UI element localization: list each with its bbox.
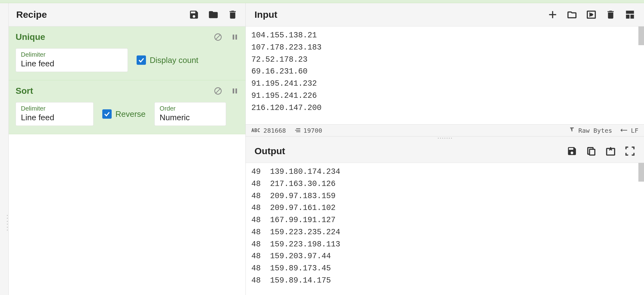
- return-icon: [620, 127, 628, 134]
- arg-value: Line feed: [21, 113, 88, 122]
- reverse-checkbox[interactable]: Reverse: [102, 109, 146, 119]
- svg-line-1: [216, 35, 220, 39]
- operation-title: Unique: [16, 32, 45, 42]
- input-status-bar: ABC 281668 19700 Raw: [246, 124, 644, 136]
- svg-rect-3: [235, 35, 237, 40]
- folder-icon[interactable]: [208, 9, 219, 20]
- disable-icon[interactable]: [214, 33, 222, 41]
- add-tab-icon[interactable]: [547, 9, 558, 20]
- svg-rect-19: [589, 149, 595, 155]
- recipe-panel: Recipe Unique: [9, 3, 246, 295]
- checkbox-label: Reverse: [115, 109, 146, 119]
- encoding-selector[interactable]: Raw Bytes: [569, 126, 612, 134]
- svg-rect-6: [233, 88, 234, 93]
- checkbox-label: Display count: [150, 55, 198, 65]
- vertical-resize-handle[interactable]: [246, 136, 644, 140]
- replace-input-icon[interactable]: [605, 146, 616, 156]
- scrollbar[interactable]: [638, 163, 644, 182]
- svg-rect-7: [235, 88, 237, 93]
- input-title: Input: [254, 9, 277, 20]
- layout-icon[interactable]: [625, 9, 635, 20]
- char-count: ABC 281668: [251, 127, 286, 134]
- arg-label: Delimiter: [21, 51, 123, 58]
- input-panel: Input: [246, 3, 644, 136]
- abc-icon: ABC: [251, 128, 260, 133]
- checkbox-checked-icon: [137, 55, 146, 65]
- eol-selector[interactable]: LF: [620, 127, 638, 134]
- copy-icon[interactable]: [586, 146, 597, 156]
- arg-value: Numeric: [160, 113, 221, 122]
- output-title: Output: [254, 146, 285, 156]
- trash-icon[interactable]: [227, 9, 238, 20]
- arg-label: Delimiter: [21, 105, 88, 112]
- output-header: Output: [246, 140, 644, 163]
- input-header: Input: [246, 3, 644, 26]
- delimiter-select[interactable]: Delimiter Line feed: [16, 102, 94, 126]
- display-count-checkbox[interactable]: Display count: [137, 55, 198, 65]
- order-select[interactable]: Order Numeric: [154, 102, 226, 126]
- arg-label: Order: [160, 105, 221, 112]
- trash-icon[interactable]: [605, 9, 616, 20]
- pause-icon[interactable]: [231, 33, 239, 41]
- recipe-header: Recipe: [9, 3, 245, 26]
- scrollbar[interactable]: [638, 26, 644, 45]
- open-file-icon[interactable]: [586, 9, 597, 20]
- operation-sort[interactable]: Sort Delimiter Line feed: [9, 80, 245, 134]
- top-banner: [0, 0, 644, 3]
- operation-title: Sort: [16, 86, 33, 96]
- output-textarea[interactable]: 49 139.180.174.234 48 217.163.30.126 48 …: [246, 163, 644, 295]
- drag-handle-icon[interactable]: [7, 215, 8, 231]
- svg-rect-13: [626, 15, 629, 19]
- save-icon[interactable]: [567, 146, 577, 156]
- maximize-icon[interactable]: [625, 146, 635, 156]
- arg-value: Line feed: [21, 59, 123, 69]
- lines-icon: [294, 127, 300, 134]
- checkbox-checked-icon: [102, 109, 112, 119]
- input-textarea[interactable]: 104.155.138.21 107.178.223.183 72.52.178…: [246, 26, 644, 124]
- save-icon[interactable]: [189, 9, 199, 20]
- left-gutter: [0, 3, 9, 295]
- pause-icon[interactable]: [231, 87, 239, 95]
- svg-rect-12: [626, 11, 634, 14]
- delimiter-select[interactable]: Delimiter Line feed: [16, 48, 128, 72]
- svg-rect-14: [630, 15, 634, 19]
- operation-unique[interactable]: Unique Delimiter Line feed: [9, 26, 245, 80]
- open-folder-icon[interactable]: [567, 9, 577, 20]
- text-format-icon: [569, 126, 575, 134]
- recipe-title: Recipe: [16, 9, 47, 20]
- line-count: 19700: [294, 127, 322, 134]
- output-panel: Output 49 139.180.1: [246, 140, 644, 295]
- disable-icon[interactable]: [214, 87, 222, 95]
- svg-rect-2: [233, 35, 234, 40]
- svg-line-5: [216, 89, 220, 93]
